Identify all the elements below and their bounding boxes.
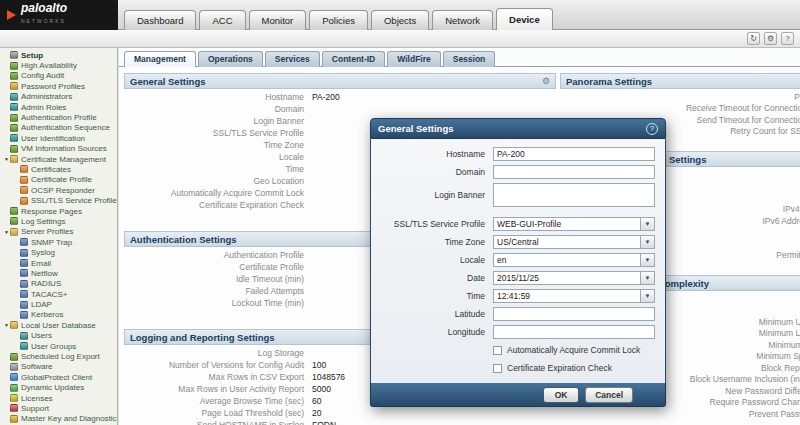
field-input[interactable] xyxy=(493,271,640,285)
help-icon[interactable]: ? xyxy=(781,32,794,45)
setup-tab[interactable]: Operations xyxy=(198,51,263,67)
sidebar-item[interactable]: TACACS+ xyxy=(10,289,117,299)
sidebar-item[interactable]: Authentication Profile xyxy=(0,112,117,122)
support-icon xyxy=(10,404,18,412)
setup-tab[interactable]: Services xyxy=(265,51,320,67)
field-textarea[interactable] xyxy=(493,183,655,207)
sidebar-item[interactable]: Certificates xyxy=(10,164,117,174)
row-label: Log Storage xyxy=(124,348,312,358)
sidebar-item[interactable]: Log Settings xyxy=(0,216,117,226)
sidebar-item[interactable]: ▼ Certificate Management xyxy=(0,154,117,164)
sidebar-item[interactable]: Administrators xyxy=(0,92,117,102)
field-control: ▼ xyxy=(493,271,655,285)
sidebar-item[interactable]: Kerberos xyxy=(10,310,117,320)
dropdown-arrow-icon[interactable]: ▼ xyxy=(640,235,655,249)
refresh-icon[interactable]: ↻ xyxy=(747,32,760,45)
sidebar-item[interactable]: Config Audit xyxy=(0,71,117,81)
main-nav-tab[interactable]: Dashboard xyxy=(124,10,196,30)
main-nav-tab[interactable]: Policies xyxy=(309,10,368,30)
sidebar-item[interactable]: Software xyxy=(0,362,117,372)
sidebar-item[interactable]: Authentication Sequence xyxy=(0,123,117,133)
dialog-field-row: Hostname ▼ xyxy=(381,147,655,161)
dialog-field-row: Date ▼ xyxy=(381,271,655,285)
sidebar-item[interactable]: Syslog xyxy=(10,247,117,257)
sidebar-item[interactable]: SNMP Trap xyxy=(10,237,117,247)
sidebar-item[interactable]: Licenses xyxy=(0,393,117,403)
dialog-field-row: Longitude ▼ xyxy=(381,325,655,339)
ok-button[interactable]: OK xyxy=(543,387,579,403)
dropdown-arrow-icon[interactable]: ▼ xyxy=(640,289,655,303)
sidebar-item[interactable]: Password Profiles xyxy=(0,81,117,91)
sidebar-item[interactable]: Support xyxy=(0,403,117,413)
sidebar-item[interactable]: SSL/TLS Service Profile xyxy=(10,195,117,205)
sidebar-item[interactable]: Dynamic Updates xyxy=(0,383,117,393)
field-input[interactable] xyxy=(493,253,640,267)
field-input[interactable] xyxy=(493,325,655,339)
sidebar-item[interactable]: VM Information Sources xyxy=(0,144,117,154)
sidebar-item[interactable]: Response Pages xyxy=(0,206,117,216)
sidebar-item-label: Log Settings xyxy=(21,217,65,226)
field-input[interactable] xyxy=(493,235,640,249)
sidebar-item[interactable]: ▼ Server Profiles xyxy=(0,227,117,237)
main-nav-tab[interactable]: ACC xyxy=(199,10,245,30)
setup-tab[interactable]: Session xyxy=(443,51,496,67)
sidebar-item[interactable]: ▼ Local User Database xyxy=(0,320,117,330)
dialog-field-row: Domain ▼ xyxy=(381,165,655,179)
row-label: Failed Attempts xyxy=(124,286,312,296)
sidebar-item[interactable]: Certificate Profile xyxy=(10,175,117,185)
field-input[interactable] xyxy=(493,307,655,321)
sidebar-item[interactable]: RADIUS xyxy=(10,279,117,289)
server-icon xyxy=(20,249,28,257)
sidebar-item[interactable]: OCSP Responder xyxy=(10,185,117,195)
tree-arrow-icon[interactable]: ▼ xyxy=(3,322,10,328)
dropdown-arrow-icon[interactable]: ▼ xyxy=(640,253,655,267)
sidebar-item-label: Certificate Profile xyxy=(31,175,92,184)
field-checkbox[interactable] xyxy=(493,364,502,373)
field-checkbox[interactable] xyxy=(493,346,502,355)
setup-tab[interactable]: Content-ID xyxy=(322,51,385,67)
sidebar-item-label: Netflow xyxy=(31,269,58,278)
cancel-button[interactable]: Cancel xyxy=(585,387,633,403)
sidebar-item[interactable]: Setup xyxy=(0,50,117,60)
gear-icon[interactable]: ⚙ xyxy=(764,32,777,45)
field-control: ▼ xyxy=(493,235,655,249)
main-nav-tab[interactable]: Objects xyxy=(371,10,429,30)
setup-tab[interactable]: WildFire xyxy=(387,51,440,67)
settings-row: Hostname PA-200 xyxy=(124,91,556,103)
tree-arrow-icon[interactable]: ▼ xyxy=(3,229,10,235)
field-input[interactable] xyxy=(493,289,640,303)
dialog-field-row: ▼ Automatically Acquire Commit Lock xyxy=(381,343,655,357)
field-input[interactable] xyxy=(493,217,640,231)
sidebar-item[interactable]: GlobalProtect Client xyxy=(0,372,117,382)
main-nav-tab[interactable]: Device xyxy=(496,8,553,30)
field-label: Latitude xyxy=(381,309,493,319)
cert-icon xyxy=(20,197,28,205)
dropdown-arrow-icon[interactable]: ▼ xyxy=(640,217,655,231)
tree-arrow-icon[interactable]: ▼ xyxy=(3,156,10,162)
dropdown-arrow-icon[interactable]: ▼ xyxy=(640,271,655,285)
page-icon xyxy=(10,145,18,153)
sidebar-item[interactable]: High Availability xyxy=(0,60,117,70)
help-icon[interactable]: ? xyxy=(646,123,658,135)
row-value: 100 xyxy=(312,360,326,370)
edit-section-icon[interactable]: ⚙ xyxy=(542,77,550,86)
main-nav-tab[interactable]: Network xyxy=(432,10,493,30)
sidebar-item-label: Syslog xyxy=(31,248,55,257)
sidebar-item[interactable]: Netflow xyxy=(10,268,117,278)
field-input[interactable] xyxy=(493,147,655,161)
sidebar-item[interactable]: Users xyxy=(10,331,117,341)
row-value: 5000 xyxy=(312,384,331,394)
main-nav-tab[interactable]: Monitor xyxy=(249,10,307,30)
sidebar-item[interactable]: LDAP xyxy=(10,299,117,309)
sidebar-item[interactable]: Email xyxy=(10,258,117,268)
sidebar-item[interactable]: User Groups xyxy=(10,341,117,351)
row-label: Lockout Time (min) xyxy=(124,298,312,308)
sidebar-item[interactable]: Scheduled Log Export xyxy=(0,351,117,361)
sidebar-item[interactable]: Master Key and Diagnostics xyxy=(0,414,117,424)
sidebar-item[interactable]: Admin Roles xyxy=(0,102,117,112)
field-input[interactable] xyxy=(493,165,655,179)
sidebar-item-label: SSL/TLS Service Profile xyxy=(31,196,117,205)
sidebar-item[interactable]: User Identification xyxy=(0,133,117,143)
field-label: Login Banner xyxy=(381,190,493,200)
setup-tab[interactable]: Management xyxy=(124,51,196,67)
